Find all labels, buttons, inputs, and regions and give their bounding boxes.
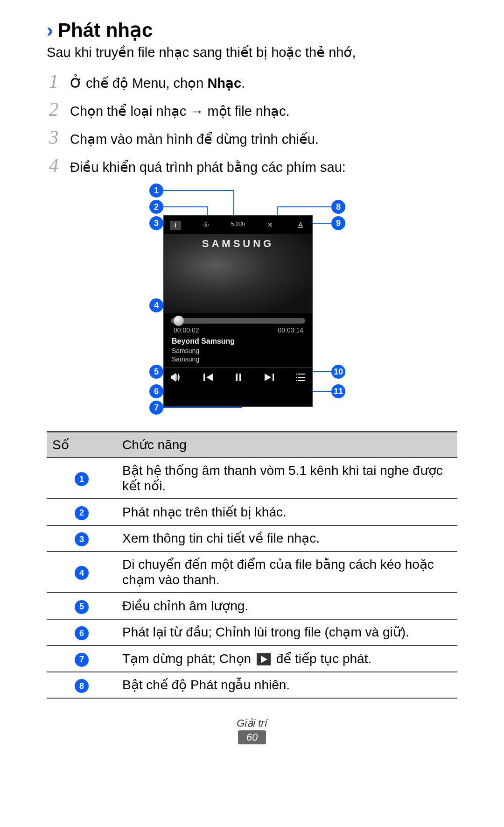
intro-text: Sau khi truyền file nhạc sang thiết bị h… [47, 44, 457, 60]
step-2: 2 Chọn thể loại nhạc → một file nhạc. [47, 99, 457, 119]
time-total: 00:03:14 [278, 326, 304, 334]
callout-badge: 2 [75, 506, 89, 520]
track-album: Samsung [172, 355, 304, 363]
functions-table: Số Chức năng 1Bật hệ thống âm thanh vòm … [47, 431, 457, 699]
table-row: 1Bật hệ thống âm thanh vòm 5.1 kênh khi … [47, 458, 457, 499]
table-cell-func: Di chuyển đến một điểm của file bằng các… [117, 551, 457, 593]
footer-category: Giải trí [47, 717, 457, 729]
callout-badge: 1 [75, 472, 89, 486]
callout-badge: 5 [75, 600, 89, 614]
repeat-icon: A [295, 221, 306, 230]
player-controls [164, 367, 312, 389]
callout-badge-11: 11 [331, 384, 345, 398]
page-footer: Giải trí 60 [47, 717, 457, 744]
callout-badge: 6 [75, 626, 89, 640]
table-cell-num: 1 [47, 458, 117, 499]
section-heading: › Phát nhạc [47, 19, 457, 42]
brand-text: SAMSUNG [202, 238, 274, 250]
step-number: 2 [47, 99, 61, 119]
callout-badge-10: 10 [331, 365, 345, 379]
step-1: 1 Ở chế độ Menu, chọn Nhạc. [47, 71, 457, 91]
track-artist: Samsung [172, 346, 304, 355]
time-row: 00:00:02 00:03:14 [164, 325, 312, 337]
table-row: 4Di chuyển đến một điểm của file bằng cá… [47, 551, 457, 593]
table-cell-func: Phát nhạc trên thiết bị khác. [117, 499, 457, 525]
step-text: Điều khiển quá trình phát bằng các phím … [70, 159, 346, 175]
table-row: 5Điều chỉnh âm lượng. [47, 593, 457, 619]
table-cell-func: Điều chỉnh âm lượng. [117, 593, 457, 619]
callout-badge-8: 8 [331, 200, 345, 214]
callout-badge-6: 6 [149, 384, 163, 398]
table-header-num: Số [47, 432, 117, 458]
table-cell-func: Bật chế độ Phát ngẫu nhiên. [117, 672, 457, 699]
player-mockup: i ⦾ 5.1Ch ⤭ A SAMSUNG 00:00:02 00:03:14 … [163, 215, 313, 407]
progress-bar [171, 318, 305, 324]
info-icon: i [170, 221, 181, 230]
callout-badge-2: 2 [149, 200, 163, 214]
footer-page-number: 60 [238, 730, 266, 744]
time-elapsed: 00:00:02 [174, 326, 199, 334]
step-number: 1 [47, 71, 61, 91]
cast-icon: ⦾ [201, 221, 212, 230]
prev-icon [203, 374, 213, 383]
callout-badge-1: 1 [149, 184, 163, 198]
table-row: 8Bật chế độ Phát ngẫu nhiên. [47, 672, 457, 699]
callout-badge: 7 [75, 653, 89, 667]
heading-text: Phát nhạc [58, 19, 153, 42]
player-diagram: 1 2 3 8 9 4 5 10 6 11 7 i ⦾ 5.1Ch ⤭ A SA… [107, 184, 397, 417]
step-number: 4 [47, 156, 61, 175]
table-cell-func: Tạm dừng phát; Chọn để tiếp tục phát. [117, 645, 457, 672]
table-cell-num: 8 [47, 672, 117, 699]
table-row: 2Phát nhạc trên thiết bị khác. [47, 499, 457, 525]
table-cell-num: 4 [47, 551, 117, 593]
shuffle-icon: ⤭ [264, 221, 275, 230]
callout-badge: 8 [75, 679, 89, 693]
callout-badge-5: 5 [149, 365, 163, 379]
table-cell-func: Phát lại từ đầu; Chỉnh lùi trong file (c… [117, 619, 457, 646]
album-cover: SAMSUNG [164, 234, 312, 313]
table-row: 3Xem thông tin chi tiết về file nhạc. [47, 525, 457, 552]
step-text: Chạm vào màn hình để dừng trình chiếu. [70, 131, 319, 147]
table-row: 7Tạm dừng phát; Chọn để tiếp tục phát. [47, 645, 457, 672]
callout-badge: 3 [75, 532, 89, 546]
callout-badge-3: 3 [149, 216, 163, 230]
track-title: Beyond Samsung [172, 337, 304, 346]
table-cell-func: Xem thông tin chi tiết về file nhạc. [117, 525, 457, 552]
player-topbar: i ⦾ 5.1Ch ⤭ A [164, 216, 312, 234]
list-icon [296, 374, 305, 383]
table-cell-num: 7 [47, 645, 117, 672]
steps-list: 1 Ở chế độ Menu, chọn Nhạc. 2 Chọn thể l… [47, 71, 457, 175]
surround-icon: 5.1Ch [231, 221, 245, 230]
table-cell-num: 2 [47, 499, 117, 525]
callout-badge-4: 4 [149, 298, 163, 312]
step-number: 3 [47, 127, 61, 147]
table-cell-num: 5 [47, 593, 117, 619]
step-text: Ở chế độ Menu, chọn Nhạc. [70, 75, 245, 91]
table-cell-func: Bật hệ thống âm thanh vòm 5.1 kênh khi t… [117, 458, 457, 499]
pause-icon [235, 374, 242, 383]
callout-badge-7: 7 [149, 401, 163, 415]
chevron-right-icon: › [47, 21, 53, 40]
volume-icon [171, 373, 181, 384]
callout-badge-9: 9 [331, 216, 345, 230]
progress-knob [174, 316, 184, 326]
step-4: 4 Điều khiển quá trình phát bằng các phí… [47, 156, 457, 175]
track-meta: Beyond Samsung Samsung Samsung [164, 337, 312, 367]
callout-badge: 4 [75, 566, 89, 580]
step-3: 3 Chạm vào màn hình để dừng trình chiếu. [47, 127, 457, 147]
table-header-func: Chức năng [117, 432, 457, 458]
play-icon [257, 653, 271, 665]
step-text: Chọn thể loại nhạc → một file nhạc. [70, 103, 290, 119]
next-icon [265, 374, 274, 383]
table-cell-num: 3 [47, 525, 117, 552]
table-cell-num: 6 [47, 619, 117, 646]
table-row: 6Phát lại từ đầu; Chỉnh lùi trong file (… [47, 619, 457, 646]
